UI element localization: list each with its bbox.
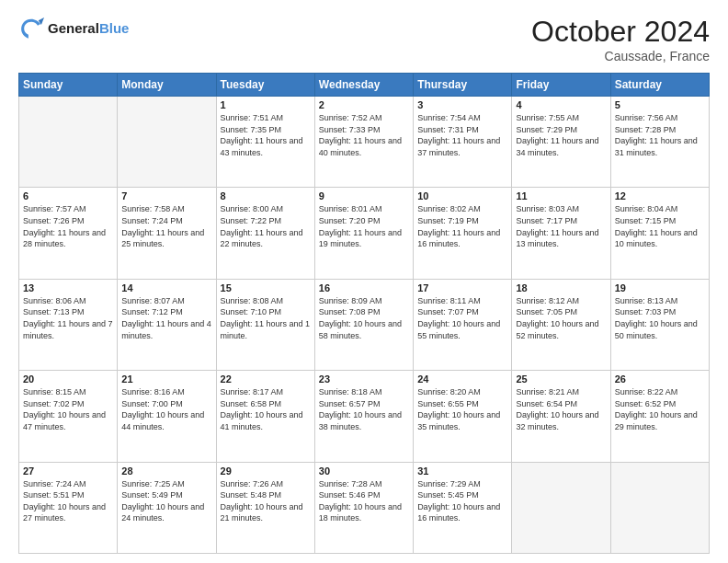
day-info: Sunrise: 8:13 AM Sunset: 7:03 PM Dayligh… bbox=[615, 295, 705, 341]
week-row-2: 6 Sunrise: 7:57 AM Sunset: 7:26 PM Dayli… bbox=[19, 188, 710, 279]
day-info: Sunrise: 7:28 AM Sunset: 5:46 PM Dayligh… bbox=[319, 478, 409, 524]
day-number: 10 bbox=[417, 190, 507, 201]
logo: GeneralBlue bbox=[18, 15, 129, 40]
day-number: 23 bbox=[319, 373, 409, 385]
day-number: 9 bbox=[319, 190, 409, 201]
day-cell: 11 Sunrise: 8:03 AM Sunset: 7:17 PM Dayl… bbox=[512, 188, 610, 279]
day-info: Sunrise: 7:55 AM Sunset: 7:29 PM Dayligh… bbox=[516, 112, 606, 158]
day-number: 12 bbox=[615, 190, 705, 201]
day-cell: 17 Sunrise: 8:11 AM Sunset: 7:07 PM Dayl… bbox=[414, 279, 512, 370]
day-cell: 14 Sunrise: 8:07 AM Sunset: 7:12 PM Dayl… bbox=[118, 279, 216, 370]
day-info: Sunrise: 7:24 AM Sunset: 5:51 PM Dayligh… bbox=[23, 478, 113, 524]
day-cell: 12 Sunrise: 8:04 AM Sunset: 7:15 PM Dayl… bbox=[610, 188, 709, 279]
header-sunday: Sunday bbox=[19, 74, 118, 97]
day-cell: 21 Sunrise: 8:16 AM Sunset: 7:00 PM Dayl… bbox=[118, 371, 216, 462]
day-number: 17 bbox=[417, 282, 507, 293]
day-cell: 4 Sunrise: 7:55 AM Sunset: 7:29 PM Dayli… bbox=[512, 97, 610, 188]
header-monday: Monday bbox=[118, 74, 216, 97]
day-number: 8 bbox=[221, 190, 311, 201]
day-cell: 9 Sunrise: 8:01 AM Sunset: 7:20 PM Dayli… bbox=[314, 188, 413, 279]
logo-icon bbox=[18, 15, 44, 40]
day-info: Sunrise: 8:00 AM Sunset: 7:22 PM Dayligh… bbox=[221, 203, 311, 249]
day-number: 27 bbox=[23, 465, 113, 477]
day-number: 4 bbox=[516, 99, 606, 110]
day-info: Sunrise: 8:02 AM Sunset: 7:19 PM Dayligh… bbox=[417, 203, 507, 249]
day-cell: 18 Sunrise: 8:12 AM Sunset: 7:05 PM Dayl… bbox=[512, 279, 610, 370]
day-info: Sunrise: 8:15 AM Sunset: 7:02 PM Dayligh… bbox=[23, 386, 113, 432]
day-cell: 26 Sunrise: 8:22 AM Sunset: 6:52 PM Dayl… bbox=[610, 371, 709, 462]
day-info: Sunrise: 7:56 AM Sunset: 7:28 PM Dayligh… bbox=[615, 112, 705, 158]
calendar: Sunday Monday Tuesday Wednesday Thursday… bbox=[18, 73, 710, 554]
month-title: October 2024 bbox=[531, 15, 710, 49]
day-number: 2 bbox=[319, 99, 409, 110]
header-thursday: Thursday bbox=[414, 74, 512, 97]
day-cell: 2 Sunrise: 7:52 AM Sunset: 7:33 PM Dayli… bbox=[314, 97, 413, 188]
day-cell: 27 Sunrise: 7:24 AM Sunset: 5:51 PM Dayl… bbox=[19, 462, 118, 553]
day-number: 18 bbox=[516, 282, 606, 293]
week-row-4: 20 Sunrise: 8:15 AM Sunset: 7:02 PM Dayl… bbox=[19, 371, 710, 462]
day-info: Sunrise: 8:07 AM Sunset: 7:12 PM Dayligh… bbox=[121, 295, 211, 341]
day-cell: 5 Sunrise: 7:56 AM Sunset: 7:28 PM Dayli… bbox=[610, 97, 709, 188]
day-cell: 20 Sunrise: 8:15 AM Sunset: 7:02 PM Dayl… bbox=[19, 371, 118, 462]
week-row-1: 1 Sunrise: 7:51 AM Sunset: 7:35 PM Dayli… bbox=[19, 97, 710, 188]
day-cell: 8 Sunrise: 8:00 AM Sunset: 7:22 PM Dayli… bbox=[216, 188, 314, 279]
day-cell: 31 Sunrise: 7:29 AM Sunset: 5:45 PM Dayl… bbox=[414, 462, 512, 553]
day-info: Sunrise: 8:08 AM Sunset: 7:10 PM Dayligh… bbox=[221, 295, 311, 341]
day-info: Sunrise: 8:09 AM Sunset: 7:08 PM Dayligh… bbox=[319, 295, 409, 341]
location: Caussade, France bbox=[531, 49, 710, 63]
day-number: 3 bbox=[417, 99, 507, 110]
day-number: 31 bbox=[417, 465, 507, 477]
day-info: Sunrise: 8:11 AM Sunset: 7:07 PM Dayligh… bbox=[417, 295, 507, 341]
day-info: Sunrise: 8:12 AM Sunset: 7:05 PM Dayligh… bbox=[516, 295, 606, 341]
day-cell bbox=[512, 462, 610, 553]
header-wednesday: Wednesday bbox=[314, 74, 413, 97]
day-cell: 10 Sunrise: 8:02 AM Sunset: 7:19 PM Dayl… bbox=[414, 188, 512, 279]
day-cell: 1 Sunrise: 7:51 AM Sunset: 7:35 PM Dayli… bbox=[216, 97, 314, 188]
title-block: October 2024 Caussade, France bbox=[531, 15, 710, 63]
day-cell: 7 Sunrise: 7:58 AM Sunset: 7:24 PM Dayli… bbox=[118, 188, 216, 279]
day-number: 20 bbox=[23, 373, 113, 385]
day-info: Sunrise: 8:06 AM Sunset: 7:13 PM Dayligh… bbox=[23, 295, 113, 341]
day-number: 1 bbox=[221, 99, 311, 110]
day-number: 29 bbox=[221, 465, 311, 477]
day-number: 11 bbox=[516, 190, 606, 201]
day-cell bbox=[610, 462, 709, 553]
day-cell: 3 Sunrise: 7:54 AM Sunset: 7:31 PM Dayli… bbox=[414, 97, 512, 188]
week-row-3: 13 Sunrise: 8:06 AM Sunset: 7:13 PM Dayl… bbox=[19, 279, 710, 370]
day-info: Sunrise: 7:29 AM Sunset: 5:45 PM Dayligh… bbox=[417, 478, 507, 524]
day-info: Sunrise: 8:04 AM Sunset: 7:15 PM Dayligh… bbox=[615, 203, 705, 249]
day-info: Sunrise: 8:17 AM Sunset: 6:58 PM Dayligh… bbox=[221, 386, 311, 432]
day-number: 15 bbox=[221, 282, 311, 293]
day-info: Sunrise: 8:03 AM Sunset: 7:17 PM Dayligh… bbox=[516, 203, 606, 249]
day-cell: 19 Sunrise: 8:13 AM Sunset: 7:03 PM Dayl… bbox=[610, 279, 709, 370]
day-number: 25 bbox=[516, 373, 606, 385]
day-number: 14 bbox=[121, 282, 211, 293]
day-number: 16 bbox=[319, 282, 409, 293]
day-info: Sunrise: 8:21 AM Sunset: 6:54 PM Dayligh… bbox=[516, 386, 606, 432]
day-cell: 6 Sunrise: 7:57 AM Sunset: 7:26 PM Dayli… bbox=[19, 188, 118, 279]
day-cell: 23 Sunrise: 8:18 AM Sunset: 6:57 PM Dayl… bbox=[314, 371, 413, 462]
day-info: Sunrise: 8:01 AM Sunset: 7:20 PM Dayligh… bbox=[319, 203, 409, 249]
day-number: 7 bbox=[121, 190, 211, 201]
day-info: Sunrise: 7:58 AM Sunset: 7:24 PM Dayligh… bbox=[121, 203, 211, 249]
day-number: 6 bbox=[23, 190, 113, 201]
day-number: 24 bbox=[417, 373, 507, 385]
day-cell: 22 Sunrise: 8:17 AM Sunset: 6:58 PM Dayl… bbox=[216, 371, 314, 462]
day-number: 5 bbox=[615, 99, 705, 110]
day-info: Sunrise: 7:25 AM Sunset: 5:49 PM Dayligh… bbox=[121, 478, 211, 524]
day-number: 13 bbox=[23, 282, 113, 293]
day-number: 22 bbox=[221, 373, 311, 385]
day-cell: 24 Sunrise: 8:20 AM Sunset: 6:55 PM Dayl… bbox=[414, 371, 512, 462]
day-cell: 29 Sunrise: 7:26 AM Sunset: 5:48 PM Dayl… bbox=[216, 462, 314, 553]
header-saturday: Saturday bbox=[610, 74, 709, 97]
day-cell: 30 Sunrise: 7:28 AM Sunset: 5:46 PM Dayl… bbox=[314, 462, 413, 553]
day-cell: 15 Sunrise: 8:08 AM Sunset: 7:10 PM Dayl… bbox=[216, 279, 314, 370]
day-cell: 13 Sunrise: 8:06 AM Sunset: 7:13 PM Dayl… bbox=[19, 279, 118, 370]
day-cell bbox=[118, 97, 216, 188]
day-info: Sunrise: 8:22 AM Sunset: 6:52 PM Dayligh… bbox=[615, 386, 705, 432]
day-cell: 25 Sunrise: 8:21 AM Sunset: 6:54 PM Dayl… bbox=[512, 371, 610, 462]
day-info: Sunrise: 8:16 AM Sunset: 7:00 PM Dayligh… bbox=[121, 386, 211, 432]
day-cell bbox=[19, 97, 118, 188]
logo-text: GeneralBlue bbox=[48, 20, 129, 36]
day-cell: 28 Sunrise: 7:25 AM Sunset: 5:49 PM Dayl… bbox=[118, 462, 216, 553]
